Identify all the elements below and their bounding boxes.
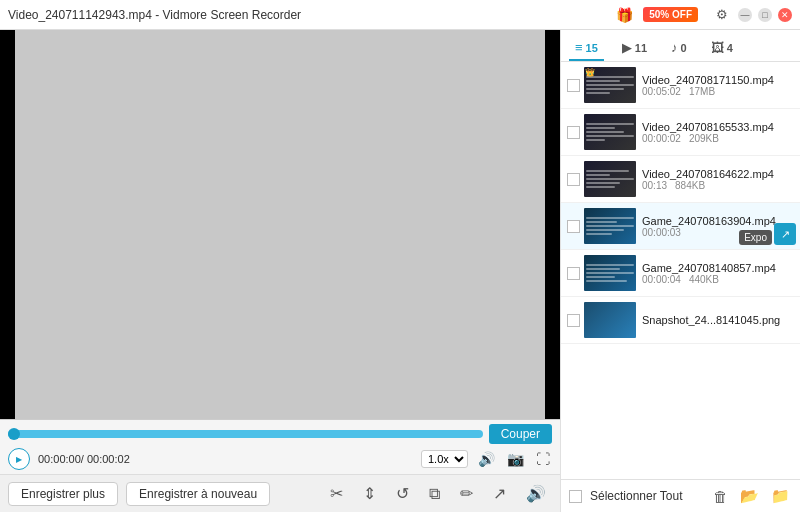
file-meta-1: 00:05:02 17MB	[642, 86, 794, 97]
file-duration-4: 00:00:03	[642, 227, 681, 238]
volume-icon[interactable]: 🔊	[476, 449, 497, 469]
export-button-overlay[interactable]: ↗	[774, 223, 796, 245]
file-meta-2: 00:00:02 209KB	[642, 133, 794, 144]
folder-icon[interactable]: 📁	[769, 485, 792, 507]
list-item[interactable]: Video_240708165533.mp4 00:00:02 209KB	[561, 109, 800, 156]
file-size-3: 884KB	[675, 180, 705, 191]
maximize-button[interactable]: □	[758, 8, 772, 22]
main-layout: Couper ▶ 00:00:00/ 00:00:02 1.0x 0.5x 1.…	[0, 30, 800, 512]
list-item[interactable]: Game_240708140857.mp4 00:00:04 440KB	[561, 250, 800, 297]
bottom-bar: Enregistrer plus Enregistrer à nouveau ✂…	[0, 474, 560, 512]
video-letterbox-right	[545, 30, 560, 419]
gift-icon: 🎁	[616, 7, 633, 23]
expo-tooltip: Expo	[739, 230, 772, 245]
camera-icon[interactable]: 📷	[505, 449, 526, 469]
file-name-6: Snapshot_24...8141045.png	[642, 314, 794, 326]
file-checkbox-2[interactable]	[567, 126, 580, 139]
tab-video[interactable]: ▶ 11	[616, 36, 653, 61]
file-name-3: Video_240708164622.mp4	[642, 168, 794, 180]
delete-icon[interactable]: 🗑	[711, 486, 730, 507]
file-name-2: Video_240708165533.mp4	[642, 121, 794, 133]
edit-icon[interactable]: ✏	[454, 482, 479, 505]
file-checkbox-3[interactable]	[567, 173, 580, 186]
file-size-1: 17MB	[689, 86, 715, 97]
file-duration-3: 00:13	[642, 180, 667, 191]
file-thumb-1: 👑	[584, 67, 636, 103]
list-item[interactable]: Game_240708163904.mp4 00:00:03 ↗ Expo	[561, 203, 800, 250]
list-tab-icon: ≡	[575, 40, 583, 55]
file-thumb-3	[584, 161, 636, 197]
close-button[interactable]: ✕	[778, 8, 792, 22]
title-bar-controls: 🎁 50% OFF ⚙ — □ ✕	[616, 7, 792, 23]
list-item[interactable]: 👑 Video_240708171150.mp4 00:05:02 17MB	[561, 62, 800, 109]
progress-handle[interactable]	[8, 428, 20, 440]
tab-image[interactable]: 🖼 4	[705, 36, 739, 61]
video-tab-icon: ▶	[622, 40, 632, 55]
enregistrer-nouveau-button[interactable]: Enregistrer à nouveau	[126, 482, 270, 506]
select-all-checkbox[interactable]	[569, 490, 582, 503]
title-bar: Video_240711142943.mp4 - Vidmore Screen …	[0, 0, 800, 30]
rotate-icon[interactable]: ↺	[390, 482, 415, 505]
file-name-4: Game_240708163904.mp4	[642, 215, 794, 227]
progress-bar-container: Couper	[8, 424, 552, 444]
left-panel: Couper ▶ 00:00:00/ 00:00:02 1.0x 0.5x 1.…	[0, 30, 560, 512]
file-duration-2: 00:00:02	[642, 133, 681, 144]
file-meta-5: 00:00:04 440KB	[642, 274, 794, 285]
controls-area: Couper ▶ 00:00:00/ 00:00:02 1.0x 0.5x 1.…	[0, 419, 560, 474]
promo-badge[interactable]: 50% OFF	[643, 7, 698, 22]
list-tab-count: 15	[586, 42, 598, 54]
file-checkbox-1[interactable]	[567, 79, 580, 92]
window-title: Video_240711142943.mp4 - Vidmore Screen …	[8, 8, 616, 22]
file-info-3: Video_240708164622.mp4 00:13 884KB	[642, 168, 794, 191]
play-button[interactable]: ▶	[8, 448, 30, 470]
file-duration-1: 00:05:02	[642, 86, 681, 97]
file-thumb-2	[584, 114, 636, 150]
image-tab-count: 4	[727, 42, 733, 54]
list-item[interactable]: Video_240708164622.mp4 00:13 884KB	[561, 156, 800, 203]
right-panel: ≡ 15 ▶ 11 ♪ 0 🖼 4	[560, 30, 800, 512]
tab-list[interactable]: ≡ 15	[569, 36, 604, 61]
file-info-5: Game_240708140857.mp4 00:00:04 440KB	[642, 262, 794, 285]
speed-select[interactable]: 1.0x 0.5x 1.5x 2.0x	[421, 450, 468, 468]
file-checkbox-6[interactable]	[567, 314, 580, 327]
file-thumb-6	[584, 302, 636, 338]
video-frame	[15, 30, 545, 419]
enregistrer-plus-button[interactable]: Enregistrer plus	[8, 482, 118, 506]
progress-bar-track[interactable]	[8, 430, 483, 438]
audio-tab-count: 0	[681, 42, 687, 54]
file-size-2: 209KB	[689, 133, 719, 144]
video-tab-count: 11	[635, 42, 647, 54]
file-name-5: Game_240708140857.mp4	[642, 262, 794, 274]
file-checkbox-5[interactable]	[567, 267, 580, 280]
cut-icon[interactable]: ✂	[324, 482, 349, 505]
file-info-1: Video_240708171150.mp4 00:05:02 17MB	[642, 74, 794, 97]
time-display: 00:00:00/ 00:00:02	[38, 453, 130, 465]
file-meta-3: 00:13 884KB	[642, 180, 794, 191]
minimize-button[interactable]: —	[738, 8, 752, 22]
crown-icon-1: 👑	[585, 68, 595, 77]
share-icon[interactable]: ↗	[487, 482, 512, 505]
settings-icon[interactable]: ⚙	[712, 7, 732, 22]
copy-icon[interactable]: ⧉	[423, 483, 446, 505]
file-info-6: Snapshot_24...8141045.png	[642, 314, 794, 326]
tabs-bar: ≡ 15 ▶ 11 ♪ 0 🖼 4	[561, 30, 800, 62]
trim-icon[interactable]: ⇕	[357, 482, 382, 505]
file-info-2: Video_240708165533.mp4 00:00:02 209KB	[642, 121, 794, 144]
fullscreen-icon[interactable]: ⛶	[534, 449, 552, 469]
file-checkbox-4[interactable]	[567, 220, 580, 233]
file-size-5: 440KB	[689, 274, 719, 285]
file-list: 👑 Video_240708171150.mp4 00:05:02 17MB	[561, 62, 800, 479]
image-tab-icon: 🖼	[711, 40, 724, 55]
folder-open-icon[interactable]: 📂	[738, 485, 761, 507]
select-all-label: Sélectionner Tout	[590, 489, 683, 503]
file-duration-5: 00:00:04	[642, 274, 681, 285]
playback-controls: ▶ 00:00:00/ 00:00:02 1.0x 0.5x 1.5x 2.0x…	[8, 448, 552, 470]
file-name-1: Video_240708171150.mp4	[642, 74, 794, 86]
audio-icon[interactable]: 🔊	[520, 482, 552, 505]
file-thumb-4	[584, 208, 636, 244]
video-letterbox-left	[0, 30, 15, 419]
video-preview	[0, 30, 560, 419]
tab-audio[interactable]: ♪ 0	[665, 36, 693, 61]
couper-button[interactable]: Couper	[489, 424, 552, 444]
list-item[interactable]: Snapshot_24...8141045.png	[561, 297, 800, 344]
